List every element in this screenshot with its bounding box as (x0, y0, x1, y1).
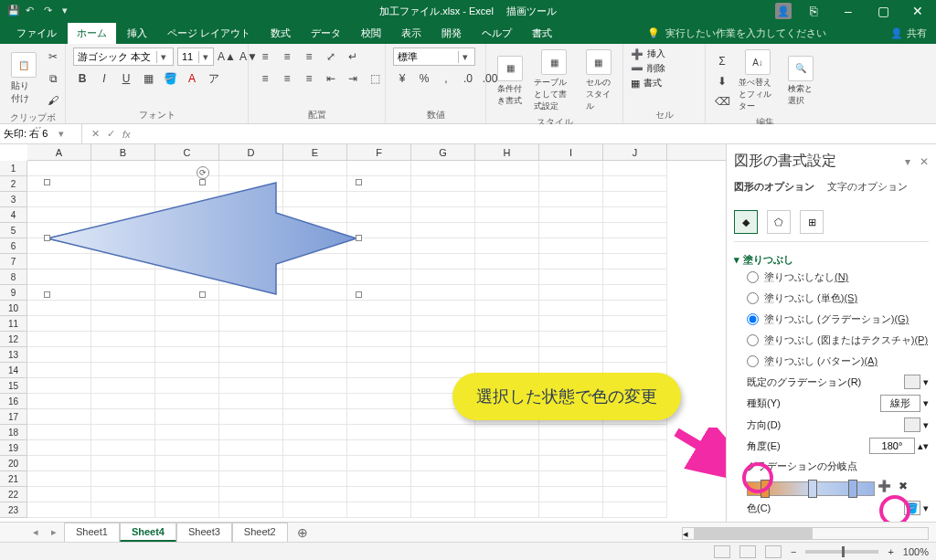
cell[interactable] (283, 347, 347, 363)
indent-decrease-icon[interactable]: ⇤ (322, 69, 340, 88)
underline-button[interactable]: U (117, 69, 135, 88)
zoom-in-button[interactable]: + (888, 546, 893, 557)
conditional-formatting-button[interactable]: ▦条件付き書式 (494, 54, 526, 109)
cell[interactable] (475, 207, 539, 223)
stop-color-picker[interactable]: 🪣 (904, 501, 920, 515)
row-header[interactable]: 15 (0, 378, 27, 394)
column-header[interactable]: I (539, 144, 603, 160)
cell[interactable] (411, 176, 475, 192)
cell[interactable] (155, 425, 219, 440)
align-left-icon[interactable]: ≡ (256, 69, 274, 88)
cancel-formula-icon[interactable]: ✕ (91, 128, 100, 140)
increase-font-icon[interactable]: A▲ (218, 48, 236, 66)
cell[interactable] (603, 471, 667, 487)
cell[interactable] (219, 301, 283, 316)
cell[interactable] (283, 456, 347, 471)
confirm-formula-icon[interactable]: ✓ (107, 128, 115, 140)
row-header[interactable]: 3 (0, 192, 27, 207)
row-header[interactable]: 9 (0, 285, 27, 301)
scroll-left-icon[interactable]: ◂ (683, 528, 688, 539)
row-header[interactable]: 19 (0, 440, 27, 456)
cell[interactable] (475, 161, 539, 176)
cell[interactable] (219, 502, 283, 518)
cell[interactable] (603, 254, 667, 269)
cell[interactable] (347, 301, 411, 316)
cell[interactable] (411, 161, 475, 176)
page-break-view-button[interactable] (765, 545, 782, 558)
cell[interactable] (539, 316, 603, 332)
tab-page-layout[interactable]: ページ レイアウト (158, 23, 260, 44)
cell[interactable] (347, 425, 411, 440)
cell[interactable] (91, 363, 155, 378)
cell[interactable] (411, 269, 475, 285)
row-header[interactable]: 5 (0, 223, 27, 238)
cell-styles-button[interactable]: ▦セルのスタイル (582, 48, 615, 114)
cell[interactable] (347, 440, 411, 456)
chevron-down-icon[interactable]: ▾ (198, 51, 212, 63)
font-name-select[interactable]: ▾ (73, 48, 174, 66)
font-color-icon[interactable]: A (183, 69, 201, 88)
row-header[interactable]: 12 (0, 332, 27, 347)
orientation-icon[interactable]: ⤢ (322, 48, 340, 66)
cell[interactable] (475, 471, 539, 487)
zoom-slider-thumb[interactable] (842, 546, 845, 557)
number-format-input[interactable] (394, 51, 458, 62)
cell[interactable] (347, 347, 411, 363)
row-header[interactable]: 2 (0, 176, 27, 192)
row-header[interactable]: 17 (0, 409, 27, 425)
cell[interactable] (27, 440, 91, 456)
chevron-down-icon[interactable]: ▾ (923, 376, 929, 388)
cell[interactable] (475, 502, 539, 518)
cell[interactable] (283, 378, 347, 394)
insert-cells-button[interactable]: ➕挿入 (631, 48, 665, 60)
normal-view-button[interactable] (714, 545, 730, 558)
cell[interactable] (283, 161, 347, 176)
row-header[interactable]: 18 (0, 425, 27, 440)
fill-color-icon[interactable]: 🪣 (161, 69, 179, 88)
cell[interactable] (91, 487, 155, 502)
cell[interactable] (603, 440, 667, 456)
cell[interactable] (27, 394, 91, 409)
cell[interactable] (283, 394, 347, 409)
column-header[interactable]: D (219, 144, 283, 160)
cell[interactable] (603, 207, 667, 223)
chevron-down-icon[interactable]: ▾ (923, 502, 929, 514)
tab-help[interactable]: ヘルプ (473, 23, 521, 44)
cell[interactable] (411, 192, 475, 207)
align-right-icon[interactable]: ≡ (300, 69, 318, 88)
cell[interactable] (603, 425, 667, 440)
new-sheet-button[interactable]: ⊕ (290, 525, 315, 540)
cell[interactable] (283, 363, 347, 378)
font-size-input[interactable] (178, 51, 198, 62)
cell[interactable] (347, 378, 411, 394)
cell[interactable] (411, 223, 475, 238)
tab-home[interactable]: ホーム (68, 23, 116, 44)
sheet-nav-prev-icon[interactable]: ◂ (27, 526, 44, 538)
fill-line-tab-icon[interactable]: ◆ (734, 210, 758, 234)
cell[interactable] (347, 332, 411, 347)
fx-icon[interactable]: fx (122, 129, 131, 140)
cell[interactable] (603, 192, 667, 207)
font-name-input[interactable] (74, 51, 156, 62)
cell[interactable] (27, 456, 91, 471)
cell[interactable] (539, 238, 603, 254)
cell[interactable] (219, 425, 283, 440)
merge-cells-icon[interactable]: ⬚ (366, 69, 384, 88)
cell[interactable] (411, 207, 475, 223)
gradient-stop-handle[interactable] (808, 480, 817, 498)
cell[interactable] (539, 176, 603, 192)
fill-none-radio[interactable]: 塗りつぶしなし(N) (734, 267, 929, 288)
cell[interactable] (347, 363, 411, 378)
copy-icon[interactable]: ⧉ (44, 69, 62, 88)
align-bottom-icon[interactable]: ≡ (300, 48, 318, 66)
cell[interactable] (27, 425, 91, 440)
sort-filter-button[interactable]: A↓並べ替えとフィルター (735, 48, 781, 114)
resize-handle[interactable] (356, 291, 362, 298)
cell[interactable] (411, 285, 475, 301)
cell[interactable] (411, 254, 475, 269)
cell[interactable] (539, 269, 603, 285)
column-header[interactable]: C (155, 144, 219, 160)
pane-tab-shape-options[interactable]: 図形のオプション (734, 180, 814, 197)
cell[interactable] (411, 487, 475, 502)
autosave-icon[interactable]: 💾 (7, 5, 20, 17)
